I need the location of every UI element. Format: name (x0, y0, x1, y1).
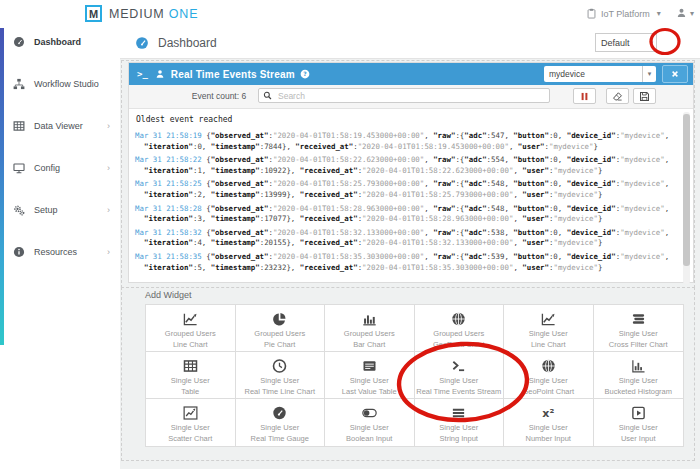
widget-cell-label-line2: Line Chart (504, 340, 593, 351)
eraser-icon (612, 91, 623, 102)
sidebar-item-config[interactable]: Config› (0, 147, 120, 189)
log-scrollbar-thumb[interactable] (683, 114, 690, 266)
setup-icon (13, 204, 25, 216)
widget-cell-label-line1: Single User (325, 376, 414, 387)
add-widget-cell-single-user-number-input[interactable]: x²Single UserNumber Input (504, 399, 594, 446)
user-menu[interactable]: ▾ (676, 7, 694, 19)
event-line-1: Mar 31 21:58:22 {"observed_at":"2020-04-… (135, 155, 677, 166)
cross-filter-icon (631, 311, 646, 327)
pause-stream-button[interactable] (573, 88, 596, 104)
widget-cell-label-line2: Real Time Gauge (236, 434, 325, 445)
log-scrollbar[interactable] (683, 112, 690, 284)
add-widget-cell-grouped-users-pie-chart[interactable]: Grouped UsersPie Chart (236, 305, 326, 352)
export-log-button[interactable] (633, 88, 656, 104)
event-line-2: "iteration":1, "timestamp":10922}, "rece… (135, 166, 677, 177)
event-line-1: Mar 31 21:58:28 {"observed_at":"2020-04-… (135, 204, 677, 215)
widget-cell-label-line1: Single User (504, 376, 593, 387)
add-widget-cell-grouped-users-bar-chart[interactable]: Grouped UsersBar Chart (325, 305, 415, 352)
add-widget-cell-single-user-geopoint-chart[interactable]: Single UserGeoPoint Chart (504, 352, 594, 399)
app-window: M MEDIUM ONE IoT Platform ▾ ▾ DashboardW… (0, 0, 700, 469)
add-widget-cell-single-user-boolean-input[interactable]: Single UserBoolean Input (325, 399, 415, 446)
widget-cell-label-line1: Single User (146, 376, 235, 387)
widget-cell-label-line2: Real Time Line Chart (236, 387, 325, 398)
event-log: Oldest event reached Mar 31 21:58:19 {"o… (129, 109, 693, 288)
add-widget-cell-single-user-user-input[interactable]: Single UserUser Input (594, 399, 684, 446)
dashboard-name-input[interactable] (596, 37, 649, 49)
search-icon (263, 91, 272, 100)
pause-icon (579, 91, 590, 102)
workflow-icon (13, 78, 25, 90)
brand-logo-icon: M (85, 5, 102, 22)
chevron-right-icon: › (107, 205, 120, 215)
clear-log-button[interactable] (606, 88, 629, 104)
add-widget-cell-grouped-users-line-chart[interactable]: Grouped UsersLine Chart (146, 305, 236, 352)
add-widget-cell-single-user-cross-filter-chart[interactable]: Single UserCross Filter Chart (594, 305, 684, 352)
add-widget-cell-single-user-table[interactable]: Single UserTable (146, 352, 236, 399)
pie-chart-icon (272, 311, 287, 327)
resources-icon (13, 246, 25, 258)
main-header: Dashboard ▾ (120, 28, 700, 59)
widget-cell-label-line1: Grouped Users (325, 329, 414, 340)
real-time-events-stream-widget: >_ Real Time Events Stream ? mydevice ▾ … (128, 62, 694, 283)
event-line-1: Mar 31 21:58:35 {"observed_at":"2020-04-… (135, 252, 677, 263)
sidebar-item-workflow-studio[interactable]: Workflow Studio (0, 63, 120, 105)
add-widget-cell-single-user-real-time-line-chart[interactable]: Single UserReal Time Line Chart (236, 352, 326, 399)
table-icon (183, 358, 198, 374)
brand-name: MEDIUM ONE (109, 7, 198, 21)
widget-cell-label-line1: Single User (594, 376, 684, 387)
widget-cell-label-line2: GeoPoint Chart (415, 340, 504, 351)
help-icon[interactable]: ? (300, 69, 310, 79)
caret-down-icon: ▾ (649, 39, 656, 47)
device-select-value: mydevice (544, 69, 642, 79)
toggle-icon (362, 405, 377, 421)
widget-cell-label-line2: Number Input (504, 434, 593, 445)
add-widget-cell-single-user-line-chart[interactable]: Single UserLine Chart (504, 305, 594, 352)
line-chart-icon (183, 311, 198, 327)
search-input[interactable] (276, 90, 545, 102)
number-glyph: x² (542, 407, 554, 420)
sidebar-accent-strip (0, 28, 4, 345)
sidebar-item-setup[interactable]: Setup› (0, 189, 120, 231)
add-widget-cell-single-user-bucketed-histogram[interactable]: Single UserBucketed Histogram (594, 352, 684, 399)
event-log-entry: Mar 31 21:58:32 {"observed_at":"2020-04-… (135, 228, 677, 249)
dashboard-select[interactable]: ▾ (595, 33, 657, 52)
platform-menu[interactable]: IoT Platform ▾ (586, 7, 661, 20)
sidebar-item-data-viewer[interactable]: Data Viewer› (0, 105, 120, 147)
widget-cell-label-line1: Single User (325, 423, 414, 434)
sidebar-item-resources[interactable]: Resources› (0, 231, 120, 273)
close-widget-button[interactable] (662, 65, 688, 83)
widget-cell-label-line1: Single User (594, 329, 684, 340)
search-box[interactable] (258, 88, 550, 103)
data-viewer-icon (13, 120, 25, 132)
add-widget-cell-grouped-users-geopoint-chart[interactable]: Grouped UsersGeoPoint Chart (415, 305, 505, 352)
bar-chart-icon (362, 311, 377, 327)
add-widget-grid: Grouped UsersLine ChartGrouped UsersPie … (145, 304, 684, 447)
terminal-icon: >_ (137, 69, 148, 79)
chevron-right-icon: › (107, 163, 120, 173)
single-user-icon (155, 69, 165, 79)
add-widget-cell-single-user-scatter-chart[interactable]: Single UserScatter Chart (146, 399, 236, 446)
clock-icon (272, 358, 287, 374)
sidebar-item-label: Resources (34, 247, 77, 257)
add-widget-cell-single-user-string-input[interactable]: Single UserString Input (415, 399, 505, 446)
widget-cell-label-line2: Bar Chart (325, 340, 414, 351)
widget-cell-label-line2: Line Chart (146, 340, 235, 351)
widget-cell-label-line2: Pie Chart (236, 340, 325, 351)
widget-cell-label-line1: Single User (236, 376, 325, 387)
number-icon: x² (541, 405, 556, 421)
add-widget-cell-single-user-last-value-table[interactable]: Single UserLast Value Table (325, 352, 415, 399)
device-select[interactable]: mydevice ▾ (544, 66, 656, 82)
sidebar-item-dashboard[interactable]: Dashboard (0, 21, 120, 63)
add-widget-title: Add Widget (145, 290, 192, 300)
save-icon (639, 91, 650, 102)
sidebar-item-label: Setup (34, 205, 58, 215)
event-log-entry: Mar 31 21:58:25 {"observed_at":"2020-04-… (135, 179, 677, 200)
add-widget-cell-single-user-real-time-gauge[interactable]: Single UserReal Time Gauge (236, 399, 326, 446)
caret-down-icon: ▾ (690, 9, 694, 18)
widget-cell-label-line1: Grouped Users (236, 329, 325, 340)
event-line-2: "iteration":3, "timestamp":17077}, "rece… (135, 214, 677, 225)
event-line-1: Mar 31 21:58:32 {"observed_at":"2020-04-… (135, 228, 677, 239)
user-input-icon (631, 405, 646, 421)
add-widget-cell-single-user-real-time-events-stream[interactable]: Single UserReal Time Events Stream (415, 352, 505, 399)
close-icon (670, 69, 680, 79)
